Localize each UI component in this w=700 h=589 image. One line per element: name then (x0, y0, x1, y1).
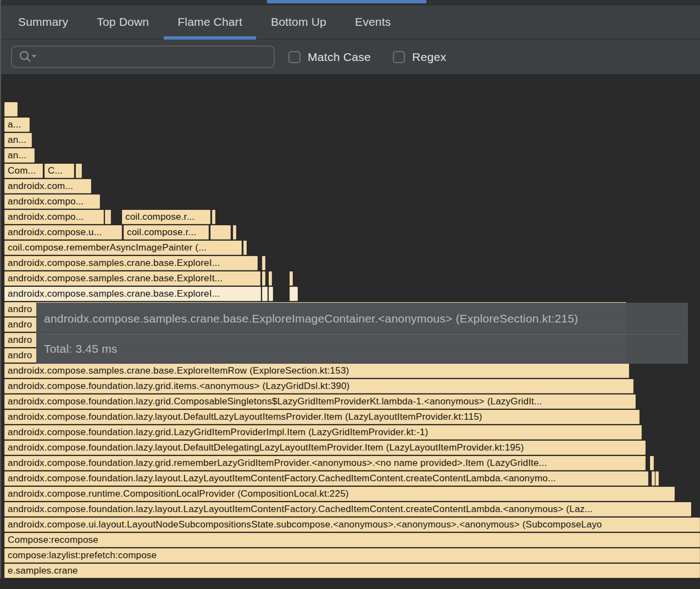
flame-bar[interactable]: androidx.compose.u... (4, 225, 122, 240)
tab-bottom-up[interactable]: Bottom Up (257, 5, 340, 38)
top-strip (0, 0, 700, 5)
flame-bar[interactable]: a... (4, 118, 30, 132)
flame-bar[interactable] (233, 225, 236, 240)
search-input[interactable] (38, 47, 274, 67)
tab-label: Bottom Up (271, 15, 326, 29)
flame-bar[interactable]: Compose:recompose (4, 533, 700, 547)
flame-bar[interactable]: androidx.compose.samples.crane.base.Expl… (4, 256, 258, 270)
flame-bar[interactable]: androidx.compose.samples.crane.base.Expl… (4, 364, 629, 378)
flame-bar[interactable] (262, 271, 265, 286)
flame-bar[interactable] (243, 241, 247, 255)
flame-bar[interactable] (655, 471, 659, 486)
tab-label: Events (355, 15, 391, 29)
flame-bar[interactable]: androidx.compose.foundation.lazy.grid.it… (4, 379, 634, 393)
flame-bar[interactable]: an... (4, 133, 32, 147)
flame-bar[interactable]: Com... (4, 164, 43, 178)
flame-bar[interactable]: androidx.compo... (4, 195, 100, 209)
tooltip-frame-name: androidx.compose.samples.crane.base.Expl… (44, 312, 680, 326)
flame-bar[interactable] (212, 210, 215, 224)
flame-bar[interactable]: compose:lazylist:prefetch:compose (4, 548, 700, 563)
flame-bar[interactable]: androidx.compose.foundation.lazy.grid.re… (4, 456, 646, 470)
match-case-label: Match Case (308, 51, 371, 64)
flame-bar[interactable]: androidx.compose.foundation.lazy.layout.… (4, 502, 691, 516)
flame-bar[interactable]: androidx.compo... (4, 210, 104, 224)
parent-tab-indicator (267, 0, 426, 3)
flame-bar[interactable]: an... (4, 148, 35, 163)
tab-flame-chart[interactable]: Flame Chart (164, 5, 256, 38)
flame-bar[interactable]: androidx.compose.ui.layout.LayoutNodeSub… (4, 518, 700, 532)
tab-label: Flame Chart (177, 15, 242, 29)
tab-label: Top Down (97, 15, 149, 29)
flame-bar[interactable]: androidx.compose.samples.crane.base.Expl… (4, 287, 261, 301)
flame-bar[interactable]: coil.compose.r... (122, 210, 210, 224)
flame-bar[interactable]: e.samples.crane (4, 564, 700, 578)
flame-bar[interactable] (262, 287, 268, 301)
flame-bar[interactable] (650, 456, 654, 470)
tab-bar: Summary Top Down Flame Chart Bottom Up E… (0, 5, 700, 40)
search-toolbar: Match Case Regex (0, 40, 700, 74)
search-icon[interactable] (18, 49, 38, 65)
flame-bar[interactable]: androidx.compose.runtime.CompositionLoca… (4, 487, 675, 501)
panel-left-border (0, 0, 1, 579)
flame-bar[interactable]: androidx.compose.samples.crane.base.Expl… (4, 271, 260, 286)
search-box[interactable] (11, 46, 275, 68)
flame-bar[interactable] (108, 210, 111, 224)
flame-bar[interactable] (290, 271, 293, 286)
tooltip-total: Total: 3.45 ms (44, 342, 680, 356)
regex-label: Regex (412, 51, 446, 64)
flame-bar[interactable] (210, 225, 231, 240)
flame-chart[interactable]: a...an...an...Com...C...androidx.com...a… (0, 74, 700, 589)
flame-bar[interactable] (4, 102, 18, 116)
flame-bar[interactable]: androidx.com... (4, 179, 91, 193)
flame-bar[interactable] (79, 164, 82, 178)
flame-bar[interactable]: androidx.compose.foundation.lazy.layout.… (4, 441, 646, 455)
flame-bar[interactable]: androidx.compose.foundation.lazy.grid.Co… (4, 394, 636, 409)
tab-events[interactable]: Events (341, 5, 404, 38)
flame-bar[interactable]: androidx.compose.foundation.lazy.layout.… (4, 471, 648, 486)
regex-checkbox[interactable] (393, 51, 405, 63)
tab-label: Summary (18, 15, 68, 29)
flame-bar[interactable]: androidx.compose.foundation.lazy.grid.La… (4, 425, 642, 440)
flame-bar[interactable]: androidx.compose.foundation.lazy.layout.… (4, 410, 640, 424)
flame-tooltip: androidx.compose.samples.crane.base.Expl… (36, 303, 688, 364)
flame-bar[interactable] (652, 471, 655, 486)
flame-bar[interactable] (269, 287, 273, 301)
flame-bar[interactable]: C... (45, 164, 74, 178)
tooltip-divider (44, 334, 680, 335)
search-dropdown-arrow-icon (32, 55, 36, 58)
flame-bar[interactable]: coil.compose.r... (124, 225, 209, 240)
tab-summary[interactable]: Summary (4, 5, 82, 38)
flame-bar[interactable]: coil.compose.rememberAsyncImagePainter (… (4, 241, 242, 255)
match-case-checkbox[interactable] (288, 51, 301, 63)
flame-bar[interactable] (290, 287, 298, 301)
tab-top-down[interactable]: Top Down (83, 5, 163, 38)
flame-bar[interactable] (269, 271, 272, 286)
flame-bar[interactable] (262, 256, 265, 270)
